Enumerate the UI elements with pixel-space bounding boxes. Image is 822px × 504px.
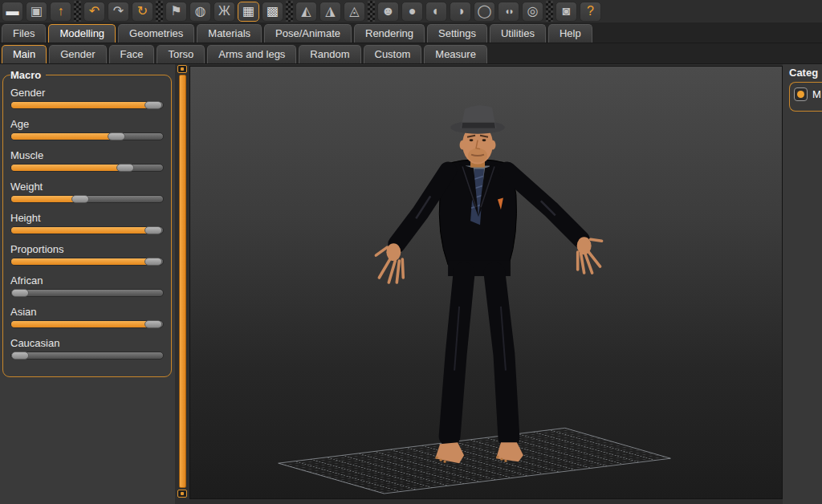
- african-slider-handle[interactable]: [11, 289, 29, 297]
- asian-slider[interactable]: [10, 320, 164, 328]
- help-icon-glyph: ?: [587, 5, 594, 18]
- weight-slider[interactable]: [10, 195, 164, 203]
- wireframe-icon-glyph: ◍: [195, 5, 206, 18]
- asian-slider-label: Asian: [10, 306, 164, 318]
- radio-icon[interactable]: [794, 87, 808, 101]
- screenshot-icon[interactable]: ◙: [555, 2, 577, 22]
- grid-icon[interactable]: ▦: [238, 2, 259, 22]
- slider-fill: [11, 165, 126, 171]
- gender-slider-label: Gender: [10, 87, 164, 99]
- asian-slider-handle[interactable]: [144, 320, 162, 328]
- sub-tab-random[interactable]: Random: [299, 45, 360, 63]
- macro-group: Macro GenderAgeMuscleWeightHeightProport…: [2, 69, 172, 377]
- view-orbit-icon[interactable]: ◎: [522, 2, 543, 22]
- sub-tab-custom[interactable]: Custom: [364, 45, 422, 63]
- menu-tab-files[interactable]: Files: [2, 24, 46, 43]
- view-orbit-icon-glyph: ◎: [527, 5, 539, 18]
- right-panel: Categ M: [783, 64, 822, 504]
- age-slider-handle[interactable]: [108, 132, 125, 140]
- sub-tab-main[interactable]: Main: [2, 45, 47, 63]
- menu-tab-materials[interactable]: Materials: [197, 24, 262, 43]
- view-left-profile-icon-glyph: ◑: [457, 5, 465, 18]
- skeleton-icon[interactable]: Ж: [214, 2, 235, 22]
- wireframe-icon[interactable]: ◍: [189, 2, 211, 22]
- undo-icon-glyph: ↶: [89, 5, 100, 18]
- splitter-collapse-top-handle[interactable]: [177, 65, 187, 73]
- menu-tab-help[interactable]: Help: [548, 24, 592, 43]
- help-icon[interactable]: ?: [580, 2, 601, 22]
- category-option-m[interactable]: M: [794, 87, 822, 101]
- reset-icon[interactable]: ↻: [132, 2, 153, 22]
- height-slider-label: Height: [10, 212, 164, 224]
- height-slider-handle[interactable]: [144, 226, 162, 234]
- sub-tab-measure[interactable]: Measure: [424, 45, 487, 63]
- screenshot-icon-glyph: ◙: [563, 5, 571, 18]
- caucasian-slider-row: Caucasian: [10, 337, 164, 360]
- african-slider[interactable]: [10, 289, 164, 297]
- proportions-slider[interactable]: [10, 258, 164, 266]
- undo-icon[interactable]: ↶: [83, 2, 105, 22]
- redo-icon[interactable]: ↷: [108, 2, 129, 22]
- character-model: [376, 105, 601, 463]
- view-right-profile-icon[interactable]: ◐: [425, 2, 447, 22]
- background-icon[interactable]: ▩: [262, 2, 283, 22]
- sub-tab-gender[interactable]: Gender: [49, 45, 106, 63]
- left-eye: [470, 139, 474, 141]
- menu-tab-geometries[interactable]: Geometries: [118, 24, 194, 43]
- menu-tab-settings[interactable]: Settings: [427, 24, 487, 43]
- view-front-icon[interactable]: ☻: [377, 2, 399, 22]
- sub-tab-arms-and-legs[interactable]: Arms and legs: [207, 45, 296, 63]
- caucasian-slider-handle[interactable]: [11, 352, 29, 360]
- new-icon[interactable]: ▬: [2, 2, 23, 22]
- slider-fill: [11, 258, 154, 265]
- splitter-drag-bar[interactable]: [179, 75, 186, 488]
- caucasian-slider[interactable]: [10, 352, 164, 360]
- sub-tab-torso[interactable]: Torso: [157, 45, 205, 63]
- view-back-icon[interactable]: ●: [401, 2, 423, 22]
- view-split-icon[interactable]: ◖◗: [498, 2, 519, 22]
- weight-slider-handle[interactable]: [71, 195, 89, 203]
- muscle-slider[interactable]: [10, 164, 164, 172]
- symmetry-both-icon[interactable]: ◬: [344, 2, 365, 22]
- symmetry-left-icon[interactable]: ◮: [319, 2, 341, 22]
- redo-icon-glyph: ↷: [113, 5, 124, 18]
- toolbar-separator: [546, 1, 553, 22]
- menu-tab-utilities[interactable]: Utilities: [490, 24, 546, 43]
- viewport-3d[interactable]: [189, 66, 783, 499]
- menu-tab-modelling[interactable]: Modelling: [48, 24, 116, 43]
- toolbar-separator: [368, 1, 375, 22]
- menu-tab-pose-animate[interactable]: Pose/Animate: [264, 24, 352, 43]
- african-slider-row: African: [10, 274, 164, 297]
- age-slider[interactable]: [10, 132, 164, 140]
- height-slider[interactable]: [10, 226, 164, 234]
- view-left-profile-icon[interactable]: ◑: [450, 2, 471, 22]
- category-group: M: [789, 82, 822, 112]
- right-leg: [494, 273, 509, 437]
- slider-fill: [11, 227, 154, 234]
- gender-slider-handle[interactable]: [144, 101, 162, 109]
- proportions-slider-handle[interactable]: [144, 258, 162, 266]
- view-top-icon[interactable]: ◯: [474, 2, 495, 22]
- splitter-collapse-bottom-handle[interactable]: [177, 490, 187, 498]
- muscle-slider-handle[interactable]: [116, 164, 134, 172]
- fedora-hat: [450, 105, 505, 133]
- smooth-icon[interactable]: ⚑: [165, 2, 187, 22]
- age-slider-row: Age: [10, 118, 164, 140]
- floor-grid: [279, 428, 671, 494]
- sub-tab-bar: MainGenderFaceTorsoArms and legsRandomCu…: [0, 43, 822, 64]
- content-area: Macro GenderAgeMuscleWeightHeightProport…: [0, 64, 822, 504]
- load-icon[interactable]: ↑: [50, 2, 71, 22]
- save-icon[interactable]: ▣: [26, 2, 47, 22]
- toolbar-separator: [156, 1, 163, 22]
- sub-tab-face[interactable]: Face: [109, 45, 155, 63]
- symmetry-right-icon[interactable]: ◭: [295, 2, 317, 22]
- gender-slider[interactable]: [10, 101, 164, 109]
- skeleton-icon-glyph: Ж: [218, 5, 230, 18]
- left-panel: Macro GenderAgeMuscleWeightHeightProport…: [0, 64, 175, 504]
- menu-tab-rendering[interactable]: Rendering: [354, 24, 425, 43]
- gender-slider-row: Gender: [10, 87, 164, 109]
- grid-icon-glyph: ▦: [242, 5, 254, 18]
- panel-splitter: [175, 64, 189, 504]
- category-option-label: M: [812, 88, 821, 100]
- left-leg: [450, 273, 464, 436]
